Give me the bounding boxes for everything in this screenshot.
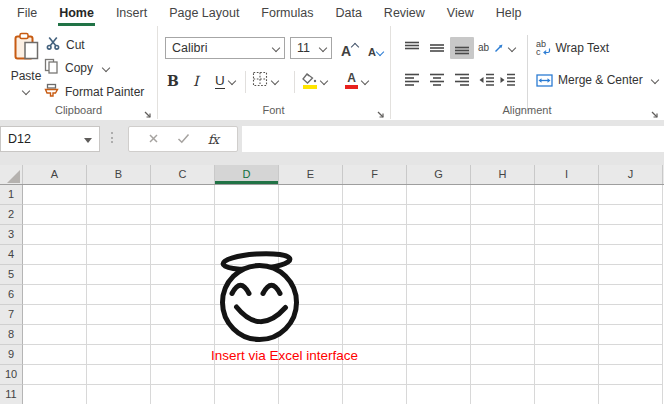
cell[interactable]	[151, 225, 215, 245]
clipboard-dialog-launcher-icon[interactable]	[143, 106, 153, 116]
bold-button[interactable]: B	[167, 68, 179, 94]
cell[interactable]	[343, 205, 407, 225]
cell[interactable]	[151, 365, 215, 385]
row-header[interactable]: 4	[0, 245, 23, 265]
row-header[interactable]: 7	[0, 305, 23, 325]
cell[interactable]	[471, 345, 535, 365]
cell[interactable]	[23, 345, 87, 365]
copy-button[interactable]: Copy	[44, 59, 109, 77]
cell[interactable]	[535, 245, 599, 265]
cell[interactable]	[471, 205, 535, 225]
cell[interactable]	[23, 325, 87, 345]
column-header[interactable]: H	[471, 165, 535, 184]
cell[interactable]	[279, 205, 343, 225]
cell[interactable]	[23, 225, 87, 245]
cell[interactable]	[23, 245, 87, 265]
cell[interactable]	[87, 285, 151, 305]
cell[interactable]	[343, 305, 407, 325]
column-header[interactable]: J	[599, 165, 663, 184]
cell[interactable]	[407, 325, 471, 345]
borders-button[interactable]	[252, 68, 278, 94]
cut-button[interactable]: Cut	[46, 36, 85, 54]
alignment-dialog-launcher-icon[interactable]	[650, 106, 660, 116]
cell[interactable]	[407, 345, 471, 365]
column-header[interactable]: F	[343, 165, 407, 184]
tab-help[interactable]: Help	[485, 0, 533, 26]
cell[interactable]	[599, 385, 663, 404]
tab-page-layout[interactable]: Page Layout	[158, 0, 250, 26]
cell[interactable]	[599, 285, 663, 305]
cell[interactable]	[343, 185, 407, 205]
underline-button[interactable]: U	[215, 68, 235, 94]
cell[interactable]	[535, 305, 599, 325]
cell[interactable]	[87, 385, 151, 404]
row-header[interactable]: 10	[0, 365, 23, 385]
increase-indent-button[interactable]	[497, 69, 517, 91]
cell[interactable]	[23, 365, 87, 385]
cell[interactable]	[471, 285, 535, 305]
cell[interactable]	[151, 385, 215, 404]
middle-align-button[interactable]	[425, 37, 449, 59]
cell[interactable]	[407, 285, 471, 305]
copy-dropdown-caret-icon[interactable]	[102, 64, 110, 72]
cell[interactable]	[407, 365, 471, 385]
column-header[interactable]: D	[215, 165, 279, 184]
cell[interactable]	[471, 365, 535, 385]
cell[interactable]	[343, 225, 407, 245]
cell[interactable]	[535, 365, 599, 385]
tab-data[interactable]: Data	[324, 0, 372, 26]
format-painter-button[interactable]: Format Painter	[44, 83, 144, 101]
cell[interactable]	[407, 185, 471, 205]
top-align-button[interactable]	[400, 37, 424, 59]
cell[interactable]	[279, 185, 343, 205]
insert-function-button[interactable]: fx	[208, 132, 218, 147]
cell[interactable]	[87, 225, 151, 245]
column-header[interactable]: G	[407, 165, 471, 184]
cell[interactable]	[215, 205, 279, 225]
cell[interactable]	[87, 365, 151, 385]
font-size-caret-icon[interactable]	[319, 44, 327, 52]
cell[interactable]	[471, 225, 535, 245]
cell[interactable]	[599, 185, 663, 205]
tab-review[interactable]: Review	[373, 0, 436, 26]
cell[interactable]	[23, 285, 87, 305]
select-all-corner[interactable]	[0, 165, 23, 184]
cell[interactable]	[87, 245, 151, 265]
align-center-button[interactable]	[425, 69, 449, 91]
cell[interactable]	[343, 365, 407, 385]
underline-caret-icon[interactable]	[228, 77, 236, 85]
decrease-font-size-button[interactable]: A	[364, 37, 387, 59]
cell[interactable]	[535, 225, 599, 245]
cell[interactable]	[215, 185, 279, 205]
italic-button[interactable]: I	[193, 68, 199, 94]
cell[interactable]	[215, 385, 279, 404]
cell[interactable]	[407, 305, 471, 325]
cell[interactable]	[87, 305, 151, 325]
cell[interactable]	[407, 265, 471, 285]
cell[interactable]	[599, 225, 663, 245]
name-box[interactable]: D12	[0, 126, 100, 152]
fill-color-button[interactable]	[302, 68, 327, 94]
font-name-caret-icon[interactable]	[272, 44, 280, 52]
cell[interactable]	[151, 345, 215, 365]
align-right-button[interactable]	[450, 69, 474, 91]
cell[interactable]	[407, 225, 471, 245]
merge-center-button[interactable]: Merge & Center	[536, 69, 658, 91]
cell[interactable]	[535, 205, 599, 225]
cell[interactable]	[23, 385, 87, 404]
font-dialog-launcher-icon[interactable]	[376, 106, 386, 116]
column-header[interactable]: E	[279, 165, 343, 184]
cell[interactable]	[343, 385, 407, 404]
cell[interactable]	[343, 325, 407, 345]
cell[interactable]	[87, 205, 151, 225]
merge-center-caret-icon[interactable]	[650, 76, 658, 84]
cell[interactable]	[279, 385, 343, 404]
cell[interactable]	[87, 325, 151, 345]
tab-home[interactable]: Home	[48, 0, 105, 26]
cell[interactable]	[471, 265, 535, 285]
font-size-combobox[interactable]: 11	[290, 37, 332, 59]
tab-file[interactable]: File	[6, 0, 48, 26]
orientation-button[interactable]: ab	[478, 37, 515, 59]
column-header[interactable]: I	[535, 165, 599, 184]
cell[interactable]	[23, 185, 87, 205]
